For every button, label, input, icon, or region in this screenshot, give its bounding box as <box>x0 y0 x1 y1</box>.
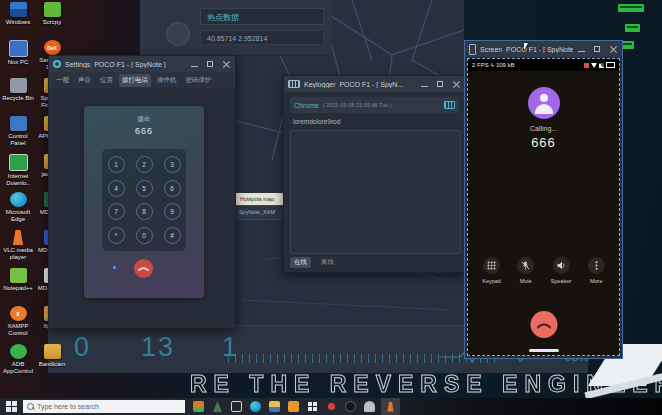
weather-widget-icon[interactable] <box>212 401 223 412</box>
map-popup-subtitle: SpyNote_XAM <box>228 205 286 220</box>
keypad-icon <box>487 261 496 270</box>
desktop-icon-bandicam[interactable]: Bandicam <box>36 344 68 382</box>
minimize-icon[interactable] <box>190 60 199 69</box>
xampp-icon: X <box>10 306 27 321</box>
folder-icon <box>44 344 61 359</box>
adb-android-icon <box>10 344 27 359</box>
net-speed-widget-icon <box>625 24 640 32</box>
news-widget-icon[interactable] <box>193 401 204 412</box>
key-1[interactable]: 1 <box>108 156 125 173</box>
file-explorer-icon[interactable] <box>269 401 280 412</box>
map-marker-popup[interactable]: Hotspots map SpyNote_XAM <box>228 193 286 220</box>
key-3[interactable]: 3 <box>164 156 181 173</box>
tab-operator[interactable]: 操作机 <box>154 74 180 87</box>
task-view-icon[interactable] <box>231 401 242 412</box>
desktop-icon-xampp[interactable]: XXAMPP Control Panel <box>2 306 34 344</box>
search-input[interactable]: Type here to search <box>23 400 185 413</box>
app-grid-icon[interactable] <box>307 401 318 412</box>
tab-password-protect[interactable]: 密码保护 <box>183 74 215 87</box>
traffic-indicator: 109 kB <box>496 62 515 68</box>
coordinates-field[interactable]: 40.85714 2.952814 <box>200 30 324 45</box>
key-8[interactable]: 8 <box>136 203 153 220</box>
hotspot-query-field[interactable]: 热点数据 <box>200 8 324 25</box>
desktop-icon-nox-pc[interactable]: Nox PC <box>2 40 34 78</box>
tab-make-call[interactable]: 拨打电话 <box>119 74 151 87</box>
dialer-number: 666 <box>84 126 204 136</box>
keylog-text-area[interactable] <box>290 130 461 254</box>
settings-window-title: Settings_POCO F1 - [ SpyNote ] <box>65 61 186 68</box>
folder-app-icon[interactable] <box>288 401 299 412</box>
obs-icon[interactable] <box>345 401 356 412</box>
close-icon[interactable] <box>222 60 231 69</box>
key-6[interactable]: 6 <box>164 180 181 197</box>
maximize-icon[interactable] <box>593 45 602 54</box>
desktop-icon-windows[interactable]: Windows <box>2 2 34 40</box>
vlc-taskbar-button[interactable] <box>381 398 400 415</box>
screen-titlebar[interactable]: Screen_POCO F1 - [ SpyNote ] <box>465 41 622 57</box>
keylog-entry-header[interactable]: Chrome ( 2021-05-18 21:05:48 Tue ) <box>290 97 459 113</box>
phone-status-bar: 2 FPS ϟ 109 kB <box>468 59 619 71</box>
tab-general[interactable]: 一般 <box>53 74 72 87</box>
settings-window: Settings_POCO F1 - [ SpyNote ] 一般 声音 位置 … <box>48 55 236 329</box>
keylog-captured-text: loremdolore9rod <box>293 118 340 125</box>
net-speed-widget-icon <box>618 4 644 12</box>
close-icon[interactable] <box>452 80 461 89</box>
keylog-timestamp: ( 2021-05-18 21:05:48 Tue ) <box>323 102 440 108</box>
key-0[interactable]: 0 <box>136 227 153 244</box>
desktop-icon-idm[interactable]: Internet Downlo.. <box>2 154 34 192</box>
mute-button[interactable]: Mute <box>517 257 534 284</box>
battery-icon <box>606 62 615 68</box>
tab-location[interactable]: 位置 <box>97 74 116 87</box>
edge-taskbar-icon[interactable] <box>250 401 261 412</box>
phone-screen[interactable]: 2 FPS ϟ 109 kB Calling... 666 Keypad <box>467 58 620 356</box>
settings-titlebar[interactable]: Settings_POCO F1 - [ SpyNote ] <box>49 56 235 72</box>
close-icon[interactable] <box>609 45 618 54</box>
wifi-icon <box>591 63 597 68</box>
speaker-icon <box>557 261 566 270</box>
key-2[interactable]: 2 <box>136 156 153 173</box>
key-4[interactable]: 4 <box>108 180 125 197</box>
key-9[interactable]: 9 <box>164 203 181 220</box>
desktop-icon-notepadpp[interactable]: Notepad++ <box>2 268 34 306</box>
tab-sound[interactable]: 声音 <box>75 74 94 87</box>
hotspot-data-panel: 热点数据 40.85714 2.952814 <box>140 0 332 56</box>
speaker-button[interactable]: Speaker <box>551 257 572 284</box>
end-call-button[interactable] <box>134 259 153 278</box>
home-indicator-bar[interactable] <box>529 349 559 352</box>
counter-value: 1 <box>141 332 156 363</box>
bandicam-record-icon[interactable] <box>326 401 337 412</box>
desktop-icon-vlc[interactable]: VLC media player <box>2 230 34 268</box>
key-7[interactable]: 7 <box>108 203 125 220</box>
key-5[interactable]: 5 <box>136 180 153 197</box>
desktop-icon-edge[interactable]: Microsoft Edge <box>2 192 34 230</box>
vlc-cone-icon <box>386 402 395 412</box>
pc-monitor-icon <box>9 40 28 57</box>
more-button[interactable]: More <box>588 257 605 284</box>
keypad-button[interactable]: Keypad <box>482 257 501 284</box>
keylogger-window: Keylogger_POCO F1 - [ SpyN... Chrome ( 2… <box>283 75 466 273</box>
start-button[interactable] <box>6 401 17 412</box>
counter-value: 3 <box>158 332 173 363</box>
key-star[interactable]: * <box>108 227 125 244</box>
tab-offline[interactable]: 离线 <box>317 257 338 268</box>
minimize-icon[interactable] <box>577 45 586 54</box>
key-hash[interactable]: # <box>164 227 181 244</box>
desktop-icon-adb[interactable]: ADB AppControl <box>2 344 34 382</box>
keylogger-titlebar[interactable]: Keylogger_POCO F1 - [ SpyN... <box>284 76 465 92</box>
hangup-button[interactable] <box>530 311 557 338</box>
desktop-icon-scrcpy[interactable]: Scrcpy <box>36 2 68 40</box>
desktop-icon-control-panel[interactable]: Control Panel <box>2 116 34 154</box>
refresh-circle-icon[interactable] <box>166 22 190 46</box>
dex-icon: DeX <box>44 40 61 55</box>
signal-icon <box>599 63 604 68</box>
maximize-icon[interactable] <box>206 60 215 69</box>
mic-off-icon <box>521 261 530 270</box>
desktop-icon-recycle-bin[interactable]: Recycle Bin <box>2 78 34 116</box>
vlc-cone-icon <box>10 230 27 245</box>
tab-online[interactable]: 在线 <box>290 257 311 268</box>
cloud-app-icon[interactable] <box>364 401 375 412</box>
minimize-icon[interactable] <box>420 80 429 89</box>
control-panel-icon <box>10 116 27 131</box>
edge-icon <box>10 192 27 207</box>
maximize-icon[interactable] <box>436 80 445 89</box>
